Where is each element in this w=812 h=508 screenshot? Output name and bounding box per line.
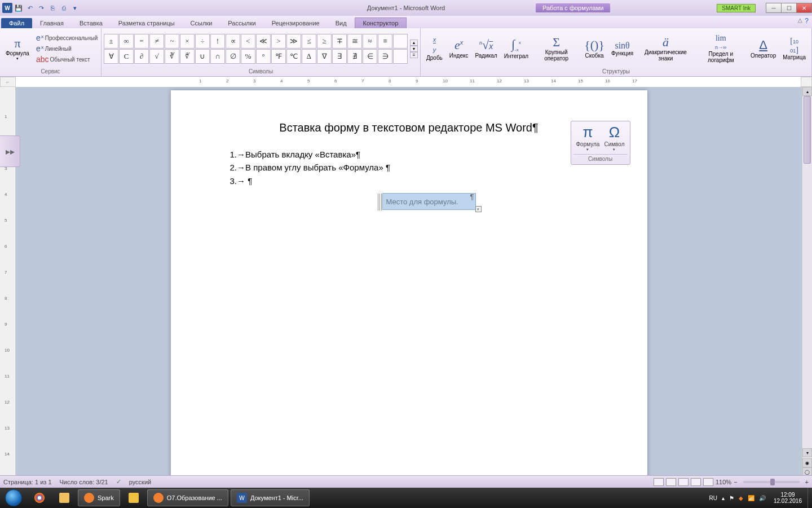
- ruler-toggle[interactable]: [801, 77, 812, 87]
- ribbon-minimize-icon[interactable]: △: [798, 17, 802, 25]
- symbol-cell[interactable]: ∀: [104, 49, 118, 64]
- taskbar-chrome[interactable]: [28, 489, 51, 506]
- symbol-cell[interactable]: √: [149, 49, 164, 64]
- zoom-slider[interactable]: [743, 481, 800, 483]
- symbol-cell[interactable]: ±: [104, 34, 118, 49]
- scroll-down-button[interactable]: ▾: [802, 448, 812, 457]
- symbol-scroll-up[interactable]: ▴: [410, 40, 418, 46]
- symbol-cell[interactable]: ∄: [347, 49, 362, 64]
- tray-flag-icon[interactable]: ⚑: [727, 495, 736, 501]
- ruler-corner[interactable]: ⌐: [0, 77, 16, 87]
- spellcheck-icon[interactable]: ✓: [116, 478, 121, 485]
- symbol-cell[interactable]: =: [134, 34, 149, 49]
- view-outline[interactable]: [691, 478, 701, 486]
- taskbar-spark[interactable]: Spark: [78, 489, 120, 506]
- fraction-button[interactable]: xyДробь: [423, 35, 446, 62]
- diacritic-button[interactable]: äДиакритические знаки: [637, 34, 694, 63]
- qat-icon[interactable]: ⎙: [59, 3, 69, 13]
- symbol-cell[interactable]: ∩: [210, 49, 225, 64]
- tab-design[interactable]: Конструктор: [355, 17, 407, 28]
- index-button[interactable]: exИндекс: [446, 37, 472, 59]
- page-status[interactable]: Страница: 1 из 1: [3, 479, 52, 485]
- tab-mailings[interactable]: Рассылки: [220, 18, 263, 28]
- symbol-cell[interactable]: ∅: [226, 49, 240, 64]
- scroll-thumb[interactable]: [804, 96, 811, 164]
- word-icon[interactable]: W: [2, 3, 12, 13]
- symbol-cell[interactable]: !: [210, 34, 225, 49]
- view-fullscreen[interactable]: [666, 478, 676, 486]
- symbol-cell[interactable]: ≠: [149, 34, 164, 49]
- tab-layout[interactable]: Разметка страницы: [111, 18, 183, 28]
- start-button[interactable]: [0, 488, 27, 508]
- professional-option[interactable]: eˣПрофессиональный: [35, 33, 99, 43]
- tray-network-icon[interactable]: 📶: [745, 495, 757, 501]
- formula-button[interactable]: π Формула ▾: [2, 36, 33, 62]
- symbol-cell[interactable]: [393, 49, 408, 64]
- scroll-up-button[interactable]: ▴: [802, 87, 812, 96]
- tray-up-icon[interactable]: ▴: [720, 495, 727, 501]
- symbol-cell[interactable]: ∜: [180, 49, 195, 64]
- symbol-cell[interactable]: C: [119, 49, 134, 64]
- symbol-cell[interactable]: <: [241, 34, 255, 49]
- symbol-cell[interactable]: °: [256, 49, 271, 64]
- function-button[interactable]: sinθФункция: [608, 40, 637, 58]
- equation-dropdown-icon[interactable]: ▾: [475, 206, 482, 212]
- limit-button[interactable]: limn→∞Предел и логарифм: [695, 33, 747, 65]
- help-icon[interactable]: ?: [805, 17, 809, 25]
- tab-review[interactable]: Рецензирование: [264, 18, 328, 28]
- symbol-cell[interactable]: ≪: [256, 34, 271, 49]
- symbol-cell[interactable]: ∞: [119, 34, 134, 49]
- undo-icon[interactable]: ↶: [25, 3, 35, 13]
- symbol-cell[interactable]: ≡: [378, 34, 392, 49]
- symbol-cell[interactable]: ×: [180, 34, 195, 49]
- tab-insert[interactable]: Вставка: [72, 18, 111, 28]
- navigation-pane-tab[interactable]: ▸▸: [0, 135, 20, 167]
- symbol-cell[interactable]: ∓: [332, 34, 347, 49]
- horizontal-ruler[interactable]: 1234567891011121314151617: [16, 77, 801, 87]
- document-area[interactable]: Вставка форму в текстовом редакторе MS W…: [16, 87, 802, 485]
- radical-button[interactable]: n√xРадикал: [471, 37, 500, 59]
- symbol-cell[interactable]: ∂: [134, 49, 149, 64]
- view-web[interactable]: [678, 478, 689, 486]
- operator-button[interactable]: ΔОператор: [747, 37, 779, 59]
- symbol-cell[interactable]: ∝: [226, 34, 240, 49]
- minimize-button[interactable]: ─: [766, 3, 782, 13]
- tab-view[interactable]: Вид: [328, 18, 355, 28]
- symbol-cell[interactable]: [393, 34, 408, 49]
- tray-clock[interactable]: 12:09 12.02.2016: [768, 492, 807, 504]
- symbol-cell[interactable]: ≈: [363, 34, 377, 49]
- symbol-cell[interactable]: ∆: [302, 49, 316, 64]
- symbol-cell[interactable]: ∪: [195, 49, 210, 64]
- large-operator-button[interactable]: ΣКрупный оператор: [532, 34, 581, 63]
- symbol-expand[interactable]: ≡: [410, 52, 418, 58]
- symbol-cell[interactable]: ℃: [286, 49, 301, 64]
- symbol-cell[interactable]: ≫: [286, 34, 301, 49]
- tray-lang[interactable]: RU: [707, 495, 719, 501]
- symbol-cell[interactable]: ∛: [165, 49, 179, 64]
- smart-ink-badge[interactable]: SMART Ink: [717, 4, 756, 12]
- view-print-layout[interactable]: [654, 478, 664, 486]
- symbol-cell[interactable]: ÷: [195, 34, 210, 49]
- symbol-cell[interactable]: ℉: [271, 49, 286, 64]
- tab-home[interactable]: Главная: [32, 18, 72, 28]
- symbol-cell[interactable]: ≅: [347, 34, 362, 49]
- word-count[interactable]: Число слов: 3/21: [60, 479, 108, 485]
- symbol-scroll-down[interactable]: ▾: [410, 46, 418, 52]
- tab-references[interactable]: Ссылки: [183, 18, 220, 28]
- symbol-cell[interactable]: ≥: [317, 34, 332, 49]
- zoom-out-button[interactable]: −: [734, 479, 737, 485]
- zoom-in-button[interactable]: +: [805, 479, 809, 485]
- language-status[interactable]: русский: [129, 479, 151, 485]
- mini-formula-button[interactable]: πФормула▾: [576, 124, 600, 152]
- file-tab[interactable]: Файл: [1, 18, 32, 28]
- tray-app-icon[interactable]: ◆: [736, 495, 745, 501]
- taskbar-word[interactable]: WДокумент1 - Micr...: [231, 489, 310, 506]
- equation-placeholder[interactable]: Место для формулы. ¶ ▾: [382, 193, 476, 210]
- equation-handle-icon[interactable]: [378, 194, 383, 211]
- view-draft[interactable]: [703, 478, 713, 486]
- redo-icon[interactable]: ↷: [36, 3, 46, 13]
- taskbar-app[interactable]: [122, 489, 145, 506]
- taskbar-firefox[interactable]: О7.Образование ...: [147, 489, 228, 506]
- mini-symbol-button[interactable]: ΩСимвол▾: [604, 124, 624, 152]
- qat-dropdown-icon[interactable]: ▾: [70, 3, 80, 13]
